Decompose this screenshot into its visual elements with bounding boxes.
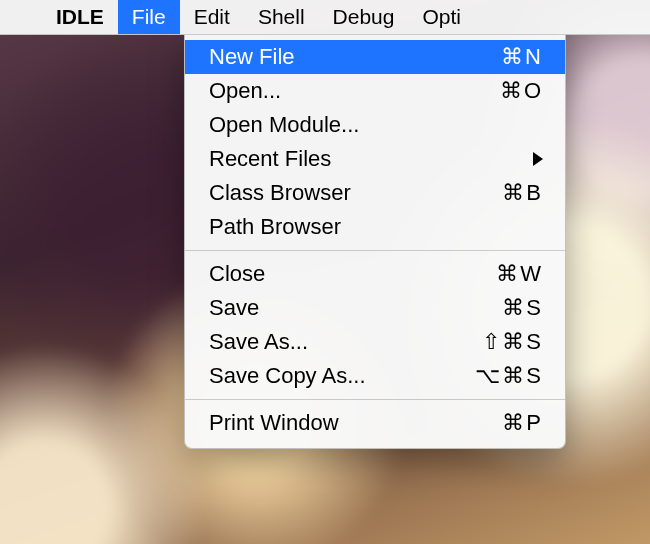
menuitem-shortcut: ⌥⌘S bbox=[453, 363, 543, 389]
menu-shell[interactable]: Shell bbox=[244, 0, 319, 34]
menuitem-save-as[interactable]: Save As...⇧⌘S bbox=[185, 325, 565, 359]
menuitem-shortcut: ⌘N bbox=[453, 44, 543, 70]
menuitem-print-window[interactable]: Print Window⌘P bbox=[185, 406, 565, 440]
menuitem-close[interactable]: Close⌘W bbox=[185, 257, 565, 291]
menuitem-open-module[interactable]: Open Module... bbox=[185, 108, 565, 142]
menu-file[interactable]: File bbox=[118, 0, 180, 34]
menuitem-label: Recent Files bbox=[209, 146, 533, 172]
submenu-arrow-icon bbox=[533, 152, 543, 166]
menuitem-label: Print Window bbox=[209, 410, 453, 436]
menuitem-label: Save Copy As... bbox=[209, 363, 453, 389]
menu-opti[interactable]: Opti bbox=[408, 0, 475, 34]
menuitem-save-copy-as[interactable]: Save Copy As...⌥⌘S bbox=[185, 359, 565, 393]
menuitem-label: Path Browser bbox=[209, 214, 543, 240]
menuitem-open[interactable]: Open...⌘O bbox=[185, 74, 565, 108]
menuitem-shortcut: ⌘P bbox=[453, 410, 543, 436]
menuitem-class-browser[interactable]: Class Browser⌘B bbox=[185, 176, 565, 210]
menubar: IDLE FileEditShellDebugOpti bbox=[0, 0, 650, 35]
menuitem-save[interactable]: Save⌘S bbox=[185, 291, 565, 325]
menuitem-shortcut: ⌘B bbox=[453, 180, 543, 206]
menuitem-label: Open... bbox=[209, 78, 453, 104]
menuitem-recent-files[interactable]: Recent Files bbox=[185, 142, 565, 176]
menu-edit[interactable]: Edit bbox=[180, 0, 244, 34]
menuitem-label: New File bbox=[209, 44, 453, 70]
menu-separator bbox=[185, 250, 565, 251]
app-name[interactable]: IDLE bbox=[42, 0, 118, 34]
menuitem-label: Close bbox=[209, 261, 453, 287]
menuitem-label: Save bbox=[209, 295, 453, 321]
menuitem-shortcut: ⌘S bbox=[453, 295, 543, 321]
menuitem-new-file[interactable]: New File⌘N bbox=[185, 40, 565, 74]
menu-debug[interactable]: Debug bbox=[319, 0, 409, 34]
menuitem-shortcut: ⌘W bbox=[453, 261, 543, 287]
menuitem-label: Class Browser bbox=[209, 180, 453, 206]
menuitem-shortcut: ⌘O bbox=[453, 78, 543, 104]
menuitem-shortcut: ⇧⌘S bbox=[453, 329, 543, 355]
menu-separator bbox=[185, 399, 565, 400]
menuitem-label: Open Module... bbox=[209, 112, 543, 138]
menuitem-path-browser[interactable]: Path Browser bbox=[185, 210, 565, 244]
file-menu-dropdown: New File⌘NOpen...⌘OOpen Module...Recent … bbox=[184, 34, 566, 449]
menuitem-label: Save As... bbox=[209, 329, 453, 355]
